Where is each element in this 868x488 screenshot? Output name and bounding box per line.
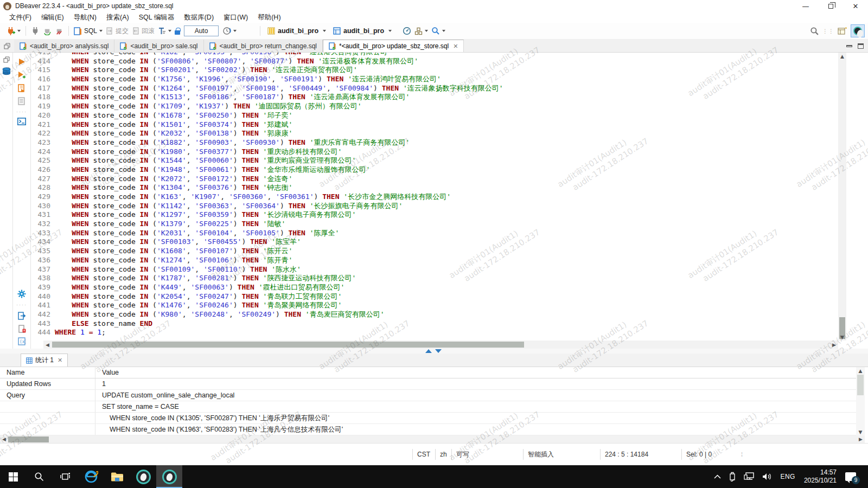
volume-button[interactable] [758, 465, 776, 488]
close-button[interactable]: ✕ [843, 0, 868, 12]
close-tab-icon[interactable]: ✕ [453, 43, 458, 50]
results-vscroll-thumb[interactable] [857, 375, 864, 395]
transaction-log-button[interactable] [158, 27, 171, 35]
editor-hscroll-thumb[interactable] [52, 342, 524, 348]
schema-selector[interactable]: audit_bi_pro [333, 27, 392, 35]
lock-button[interactable] [175, 28, 180, 35]
cell-value: WHEN store_code IN ('K1305', 'SF00287') … [95, 413, 329, 423]
results-horizontal-scrollbar[interactable]: ◀ ▶ [0, 435, 865, 443]
menu-item-6[interactable]: 窗口(W) [219, 13, 253, 22]
dbeaver-taskbar-button[interactable] [130, 465, 156, 488]
quick-access-search-icon[interactable] [810, 27, 819, 36]
file-warning-button[interactable] [17, 324, 27, 333]
menu-item-5[interactable]: 数据库(D) [179, 13, 219, 22]
results-vertical-scrollbar[interactable]: ▲ ▼ [856, 367, 865, 435]
file-explorer-button[interactable] [104, 465, 130, 488]
menu-item-0[interactable]: 文件(F) [4, 13, 36, 22]
execute-statement-button[interactable] [17, 57, 27, 67]
commit-mode-select[interactable]: Auto [184, 25, 219, 36]
menu-item-4[interactable]: SQL 编辑器 [134, 13, 180, 22]
open-terminal-button[interactable] [17, 117, 27, 126]
menu-item-1[interactable]: 编辑(E) [36, 13, 69, 22]
restore-view-button[interactable] [0, 40, 14, 52]
sql-editor-button[interactable]: SQL [74, 27, 103, 35]
minimize-panel-icon[interactable] [846, 45, 852, 47]
menu-item-2[interactable]: 导航(N) [69, 13, 101, 22]
minimize-sash-arrow[interactable] [435, 349, 442, 353]
table-row[interactable]: Updated Rows1 [0, 378, 856, 390]
restore-panel-button[interactable] [2, 55, 11, 65]
line-number: 430 [31, 202, 50, 211]
export-result-button[interactable] [17, 311, 27, 320]
editor-settings-button[interactable] [17, 289, 27, 299]
editor-horizontal-scrollbar[interactable]: ◀ ▶ [43, 341, 838, 349]
scroll-left-arrow[interactable]: ◀ [0, 435, 8, 442]
execute-script-button[interactable] [17, 83, 27, 93]
database-navigator-button[interactable] [2, 67, 11, 76]
language-indicator[interactable]: ENG [776, 465, 799, 488]
open-perspective-icon[interactable] [838, 27, 847, 35]
network-button[interactable] [740, 465, 758, 488]
commit-button[interactable]: 提交 [106, 27, 129, 36]
editor-tab-1[interactable]: <audit_bi_pro> sale.sql [114, 40, 203, 52]
action-center-button[interactable]: 9 [841, 465, 863, 488]
scroll-left-arrow[interactable]: ◀ [43, 341, 52, 348]
menu-item-7[interactable]: 帮助(H) [253, 13, 285, 22]
file-variables-button[interactable]: (x) [17, 336, 27, 346]
scroll-up-arrow[interactable]: ▲ [856, 367, 865, 374]
results-hscroll-thumb[interactable] [8, 436, 49, 442]
execute-new-tab-button[interactable] [17, 70, 27, 80]
scroll-right-arrow[interactable]: ▶ [830, 341, 838, 348]
editor-tab-0[interactable]: <audit_bi_pro> analysis.sql [14, 40, 114, 52]
scroll-up-arrow[interactable]: ▲ [838, 53, 846, 60]
usb-device-button[interactable] [725, 465, 740, 488]
editor-vertical-scrollbar[interactable]: ▲ ▼ [838, 53, 846, 341]
plug-refresh-icon [43, 27, 52, 35]
editor-tab-3[interactable]: *<audit_bi_pro> update_sbz_store.sql✕ [323, 40, 464, 52]
status-bar-grip[interactable]: ⁞ [741, 451, 743, 458]
taskbar-search-button[interactable] [26, 465, 52, 488]
results-grid[interactable]: NameValueUpdated Rows1QueryUPDATE custom… [0, 367, 856, 435]
close-tab-icon[interactable]: ✕ [58, 357, 62, 364]
table-row[interactable]: QueryUPDATE custom_online_sale_change_lo… [0, 390, 856, 401]
tray-expand-button[interactable] [710, 465, 725, 488]
maximize-sash-arrow[interactable] [425, 349, 432, 353]
reconnect-button[interactable] [43, 27, 52, 35]
new-connection-button[interactable] [6, 27, 21, 36]
search-button[interactable] [431, 27, 445, 35]
restore-button[interactable] [818, 0, 843, 12]
script-disabled-button[interactable] [17, 96, 27, 106]
table-row[interactable]: WHEN store_code IN ('K1305', 'SF00287') … [0, 413, 856, 424]
code-line: 439 WHEN store_code IN ('K449', 'SF00063… [31, 283, 503, 292]
statistics-tab[interactable]: 统计 1 ✕ [21, 354, 68, 367]
dbeaver-taskbar-button-active[interactable] [156, 465, 182, 488]
line-number: 423 [31, 138, 50, 147]
table-row[interactable]: SET store_name = CASE [0, 401, 856, 413]
table-row[interactable]: WHEN store_code IN ('K1963', 'SF00283') … [0, 424, 856, 435]
rollback-button[interactable]: 回滚 [132, 27, 155, 36]
start-button[interactable] [0, 465, 26, 488]
database-selector[interactable]: audit_bi_pro [267, 27, 326, 35]
menu-item-3[interactable]: 搜索(A) [101, 13, 134, 22]
scroll-right-arrow[interactable]: ▶ [857, 435, 865, 442]
disconnect-button[interactable] [55, 27, 63, 35]
sql-editor[interactable]: 413 WHEN store_code IN ('K162', 'SF00195… [31, 53, 838, 341]
clock[interactable]: 14:57 2025/10/21 [799, 465, 841, 488]
dbeaver-perspective-button[interactable] [851, 24, 865, 37]
internet-explorer-button[interactable] [78, 465, 104, 488]
scroll-down-arrow[interactable]: ▼ [856, 428, 865, 435]
editor-tab-2[interactable]: <audit_bi_pro> return_change.sql [204, 40, 323, 52]
minimize-button[interactable]: — [793, 0, 818, 12]
scroll-down-arrow[interactable]: ▼ [838, 333, 846, 341]
dashboard-button[interactable] [403, 27, 411, 35]
editor-results-sash[interactable] [0, 349, 868, 354]
connect-button[interactable] [31, 27, 40, 35]
transaction-mode-button[interactable] [222, 27, 237, 35]
task-view-button[interactable] [52, 465, 78, 488]
code-text: WHEN store_code IN ('K1304', 'SF00376') … [50, 183, 292, 192]
line-number: 428 [31, 183, 50, 192]
plug-plus-icon [6, 27, 15, 36]
compile-button[interactable] [414, 27, 428, 35]
line-number: 442 [31, 310, 50, 319]
maximize-panel-icon[interactable] [858, 43, 864, 49]
